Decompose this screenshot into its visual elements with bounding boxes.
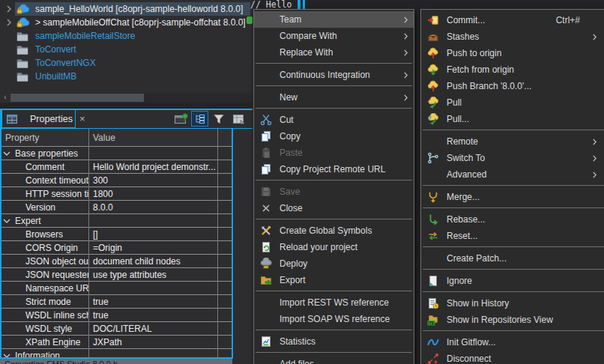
property-row-namespace-uri[interactable]: Namespace URI	[0, 282, 232, 295]
menu-item-deploy[interactable]: Deploy	[254, 255, 414, 272]
scrollbar-thumb[interactable]	[10, 94, 144, 102]
property-value[interactable]: document child nodes	[88, 256, 217, 267]
category-row-base-properties[interactable]: Base properties	[0, 147, 232, 160]
tree-item-samplemobileoffchat-c8oprj-sample-offchat-8-0-0[interactable]: > sampleMobileOffChat [c8oprj-sample-off…	[0, 16, 253, 29]
tree-mode-button[interactable]	[191, 111, 208, 127]
row-body[interactable]: UnbuiltMB	[15, 70, 84, 83]
property-name: WSDL style	[0, 324, 88, 334]
menu-item-init-gitflow[interactable]: Init Gitflow...	[421, 334, 604, 351]
folder-icon	[16, 72, 31, 82]
menu-item-pull[interactable]: Pull	[421, 94, 604, 111]
menu-item-stashes[interactable]: Stashes	[421, 28, 604, 45]
menu-item-reset[interactable]: Reset...	[421, 228, 604, 244]
close-tab-icon[interactable]: ×	[79, 114, 85, 124]
tree-item-toconvert[interactable]: ToConvert	[0, 43, 253, 56]
menu-item-add-files[interactable]: Add files ...	[254, 356, 414, 364]
menu-item-copy-project-remote-url[interactable]: Copy Project Remote URL	[254, 161, 414, 178]
property-value[interactable]: true	[88, 310, 217, 321]
property-row-xpath-engine[interactable]: XPath EngineJXPath	[0, 336, 232, 349]
menu-item-copy[interactable]: Copy	[254, 128, 414, 145]
property-value[interactable]: 300	[88, 175, 217, 186]
row-body[interactable]: sampleMobileRetailStore	[15, 29, 142, 43]
menu-item-remote[interactable]: Remote	[421, 133, 604, 150]
menu-item-merge[interactable]: Merge...	[421, 189, 604, 205]
menu-item-push-branch-8-0-0[interactable]: Push Branch '8.0.0'...	[421, 78, 604, 94]
property-row-version[interactable]: Version8.0.0	[0, 201, 232, 214]
property-row-context-timeout[interactable]: Context timeout300	[0, 174, 232, 187]
menu-item-show-in-history[interactable]: Show in History	[421, 295, 604, 312]
menu-item-close[interactable]: Close	[254, 200, 414, 216]
tree-horizontal-scrollbar[interactable]: ‹	[0, 93, 253, 103]
menu-item-fetch-from-origin[interactable]: Fetch from origin	[421, 61, 604, 78]
filter-button[interactable]	[211, 111, 226, 127]
row-body[interactable]: > sampleMobileOffChat [c8oprj-sample-off…	[15, 16, 253, 29]
menu-item-export[interactable]: Export	[254, 272, 414, 288]
menu-item-replace-with[interactable]: Replace With	[254, 44, 414, 61]
scrollbar-track[interactable]	[10, 93, 253, 103]
menu-item-ignore[interactable]: Ignore	[421, 273, 604, 289]
show-advanced-button[interactable]	[230, 111, 248, 127]
column-header-property[interactable]: Property	[0, 129, 88, 146]
property-row-json-object-output[interactable]: JSON object outputdocument child nodes	[0, 255, 232, 268]
property-value[interactable]: []	[88, 229, 217, 240]
menu-item-pull[interactable]: ?Pull...	[421, 111, 604, 127]
pin-property-view-button[interactable]	[173, 111, 190, 127]
menu-item-save: Save	[254, 183, 414, 200]
menu-item-import-soap-ws-reference[interactable]: Import SOAP WS reference	[254, 311, 414, 327]
menu-item-label: Copy Project Remote URL	[280, 164, 385, 175]
menu-item-rebase[interactable]: Rebase...	[421, 211, 604, 228]
menu-item-create-patch[interactable]: Create Patch...	[421, 250, 604, 267]
menu-item-push-to-origin[interactable]: Push to origin	[421, 45, 604, 61]
tree-item-samplemobileretailstore[interactable]: sampleMobileRetailStore	[0, 29, 253, 43]
property-value[interactable]: Hello World project demonstr...	[88, 162, 217, 172]
property-value[interactable]: 1800	[88, 189, 217, 199]
tree-item-unbuiltmb[interactable]: UnbuiltMB	[0, 70, 253, 83]
expand-chevron-icon[interactable]	[3, 19, 15, 26]
property-value[interactable]: use type attributes	[88, 270, 217, 280]
menu-item-commit[interactable]: Commit...Ctrl+#	[421, 12, 604, 28]
expand-chevron-icon[interactable]	[3, 5, 15, 13]
property-value[interactable]: JXPath	[88, 337, 217, 348]
row-body[interactable]: ToConvert	[15, 43, 84, 56]
menu-item-compare-with[interactable]: Compare With	[254, 28, 414, 44]
chevron-down-icon[interactable]	[3, 151, 10, 156]
tree-item-sample-helloworld-c8oprj-sample-helloworld-8-0-0[interactable]: sample_HelloWorld [c8oprj-sample-hellowo…	[0, 2, 253, 16]
table-header[interactable]: Property Value	[0, 129, 232, 147]
tree-item-toconvertngx[interactable]: ToConvertNGX	[0, 56, 253, 70]
scroll-left-arrow-icon[interactable]: ‹	[0, 93, 10, 103]
menu-item-continuous-integration[interactable]: Continuous Integration	[254, 67, 414, 83]
property-row-browsers[interactable]: Browsers[]	[0, 228, 232, 241]
property-value[interactable]: 8.0.0	[88, 202, 217, 213]
menu-item-cut[interactable]: Cut	[254, 112, 414, 128]
properties-tab[interactable]: Properties ×	[1, 109, 76, 128]
menu-item-import-rest-ws-reference[interactable]: Import REST WS reference	[254, 294, 414, 311]
menu-item-reload-your-project[interactable]: Reload your project	[254, 239, 414, 255]
property-row-http-session-timeout[interactable]: HTTP session timeout1800	[0, 187, 232, 201]
menu-item-statistics[interactable]: Statistics	[254, 333, 414, 350]
row-body[interactable]: ToConvertNGX	[15, 56, 103, 70]
empty-icon-slot	[259, 313, 274, 325]
menu-item-show-in-repositories-view[interactable]: GITShow in Repositories View	[421, 312, 604, 328]
menu-item-team[interactable]: Team	[254, 11, 414, 28]
menu-separator	[256, 108, 412, 109]
menu-item-switch-to[interactable]: Switch To	[421, 150, 604, 166]
property-value[interactable]: DOC/LITERAL	[88, 324, 217, 334]
chevron-down-icon[interactable]	[3, 219, 10, 223]
property-row-json-requester[interactable]: JSON requesteruse type attributes	[0, 268, 232, 282]
category-row-expert[interactable]: Expert	[0, 214, 232, 228]
menu-item-label: Pull	[447, 97, 462, 108]
property-row-wsdl-inline-schema[interactable]: WSDL inline schematrue	[0, 309, 232, 322]
property-row-wsdl-style[interactable]: WSDL styleDOC/LITERAL	[0, 322, 232, 336]
empty-icon-slot	[259, 13, 274, 25]
property-row-strict-mode[interactable]: Strict modetrue	[0, 295, 232, 309]
menu-item-advanced[interactable]: Advanced	[421, 166, 604, 183]
menu-item-disconnect[interactable]: Disconnect	[421, 351, 604, 364]
menu-item-create-global-symbols[interactable]: Create Global Symbols	[254, 222, 414, 239]
property-value[interactable]: =Origin	[88, 243, 217, 253]
property-row-cors-origin[interactable]: CORS Origin=Origin	[0, 241, 232, 255]
property-row-comment[interactable]: CommentHello World project demonstr...	[0, 160, 232, 174]
property-value[interactable]: true	[88, 297, 217, 307]
selected-row-highlight[interactable]: sample_HelloWorld [c8oprj-sample-hellowo…	[15, 2, 250, 16]
menu-item-new[interactable]: New	[254, 89, 414, 106]
column-header-value[interactable]: Value	[88, 129, 115, 146]
